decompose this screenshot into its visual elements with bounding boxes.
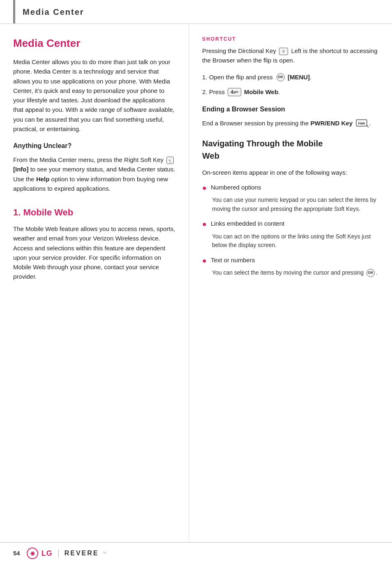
bullet-label-1: Numbered options xyxy=(211,183,261,192)
ending-text: End a Browser session by pressing the PW… xyxy=(202,118,379,128)
bullet-label-3: Text or numbers xyxy=(211,256,255,265)
right-column: SHORTCUT Pressing the Dirctional Key ▿ L… xyxy=(189,24,392,542)
svg-text:PWR: PWR xyxy=(358,122,365,125)
footer-divider xyxy=(58,549,59,557)
step-2-row: 2. Press 4ghi Mobile Web. xyxy=(202,88,379,97)
pwr-end-bold: PWR/END Key xyxy=(310,120,353,127)
nav-intro: On-screen items appear in one of the fol… xyxy=(202,168,379,177)
right-soft-key-icon: ┐ xyxy=(166,157,174,164)
bullet-dot-3: ● xyxy=(202,256,207,266)
mobile-web-title: 1. Mobile Web xyxy=(13,206,175,219)
page-number: 54 xyxy=(13,549,20,558)
four-ghi-key-icon: 4ghi xyxy=(228,88,241,96)
mobile-web-text: The Mobile Web feature allows you to acc… xyxy=(13,224,175,282)
footer-logo: ◉ LG REVERE ™ xyxy=(27,548,107,559)
page-header-title: Media Center xyxy=(23,6,84,18)
shortcut-label: SHORTCUT xyxy=(202,35,379,43)
bullet-dot-2: ● xyxy=(202,219,207,229)
content-area: Media Center Media Center allows you to … xyxy=(0,24,392,542)
bullet-desc-1: You can use your numeric keypad or you c… xyxy=(212,196,379,213)
page-container: Media Center Media Center Media Center a… xyxy=(0,0,392,564)
ok-key-icon-step1: OK xyxy=(277,73,285,81)
step-1-suffix: [MENU]. xyxy=(286,73,312,82)
bullet-dot-1: ● xyxy=(202,183,207,193)
bullet-label-2: Links embedded in content xyxy=(211,219,284,229)
bullet-links-embedded: ● Links embedded in content xyxy=(202,219,379,229)
header-accent xyxy=(13,0,15,23)
lg-logo-text: LG xyxy=(42,548,53,559)
bullet-text-numbers: ● Text or numbers xyxy=(202,256,379,266)
anything-unclear-text: From the Media Center menu, press the Ri… xyxy=(13,155,175,193)
nav-title-line2: Web xyxy=(202,151,219,160)
info-label: [Info] xyxy=(13,166,28,173)
bullet-desc-2: You can act on the options or the links … xyxy=(212,232,379,250)
media-center-title: Media Center xyxy=(13,35,175,51)
step-2-suffix: Mobile Web. xyxy=(242,88,280,97)
ok-key-icon-bullet3: OK xyxy=(367,269,375,277)
revere-trademark: ™ xyxy=(102,550,106,557)
footer: 54 ◉ LG REVERE ™ xyxy=(0,542,392,564)
step-1-number: 1. Open the flip and press xyxy=(202,73,273,82)
anything-unclear-title: Anything Unclear? xyxy=(13,141,175,151)
nav-section: Navigating Through the Mobile Web On-scr… xyxy=(202,137,379,277)
directional-key-left-icon: ▿ xyxy=(279,48,288,55)
step-1-row: 1. Open the flip and press OK [MENU]. xyxy=(202,73,379,82)
pwr-end-key-icon: PWR xyxy=(356,119,369,128)
shortcut-text: Pressing the Dirctional Key ▿ Left is th… xyxy=(202,46,379,65)
intro-text: Media Center allows you to do more than … xyxy=(13,57,175,134)
left-column: Media Center Media Center allows you to … xyxy=(0,24,189,542)
bullet-desc-3: You can select the items by moving the c… xyxy=(212,268,379,277)
svg-line-2 xyxy=(367,125,369,127)
page-header: Media Center xyxy=(0,0,392,24)
nav-title: Navigating Through the Mobile Web xyxy=(202,137,379,162)
step-2-prefix: 2. Press xyxy=(202,88,226,97)
ending-title: Ending a Browser Session xyxy=(202,104,379,114)
help-bold: Help xyxy=(36,176,50,183)
nav-title-line1: Navigating Through the Mobile xyxy=(202,139,323,148)
revere-logo-text: REVERE xyxy=(65,548,99,558)
bullet-numbered-options: ● Numbered options xyxy=(202,183,379,193)
lg-circle-logo: ◉ xyxy=(27,548,38,559)
ending-section: Ending a Browser Session End a Browser s… xyxy=(202,104,379,128)
